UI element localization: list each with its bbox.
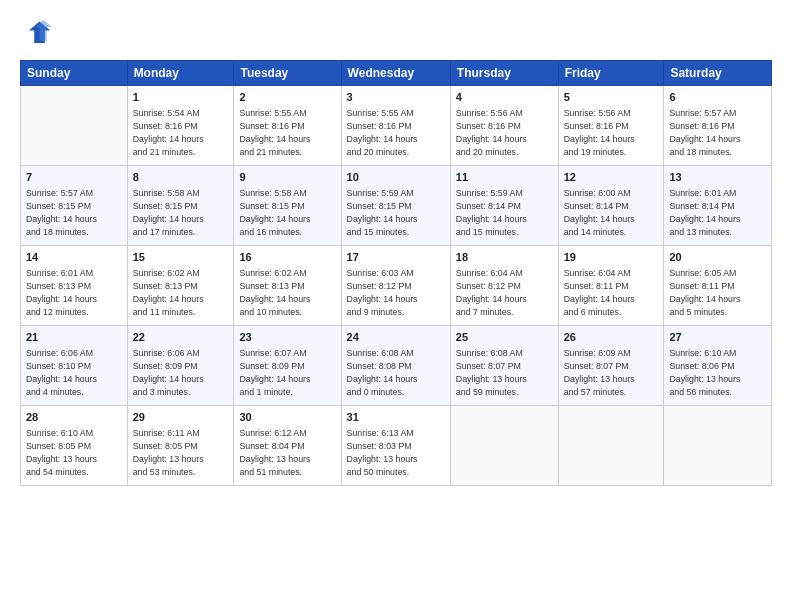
day-cell: 24Sunrise: 6:08 AM Sunset: 8:08 PM Dayli…	[341, 326, 450, 406]
day-cell: 1Sunrise: 5:54 AM Sunset: 8:16 PM Daylig…	[127, 86, 234, 166]
day-number: 14	[26, 250, 122, 265]
day-number: 5	[564, 90, 659, 105]
day-info: Sunrise: 6:08 AM Sunset: 8:07 PM Dayligh…	[456, 347, 553, 398]
page: SundayMondayTuesdayWednesdayThursdayFrid…	[0, 0, 792, 612]
day-cell: 13Sunrise: 6:01 AM Sunset: 8:14 PM Dayli…	[664, 166, 772, 246]
day-info: Sunrise: 6:11 AM Sunset: 8:05 PM Dayligh…	[133, 427, 229, 478]
day-info: Sunrise: 6:03 AM Sunset: 8:12 PM Dayligh…	[347, 267, 445, 318]
day-info: Sunrise: 5:57 AM Sunset: 8:16 PM Dayligh…	[669, 107, 766, 158]
day-number: 24	[347, 330, 445, 345]
day-number: 31	[347, 410, 445, 425]
day-number: 20	[669, 250, 766, 265]
day-cell: 22Sunrise: 6:06 AM Sunset: 8:09 PM Dayli…	[127, 326, 234, 406]
day-info: Sunrise: 6:10 AM Sunset: 8:06 PM Dayligh…	[669, 347, 766, 398]
day-number: 10	[347, 170, 445, 185]
day-info: Sunrise: 6:04 AM Sunset: 8:12 PM Dayligh…	[456, 267, 553, 318]
col-header-saturday: Saturday	[664, 61, 772, 86]
day-cell: 27Sunrise: 6:10 AM Sunset: 8:06 PM Dayli…	[664, 326, 772, 406]
day-cell	[558, 406, 664, 486]
col-header-thursday: Thursday	[450, 61, 558, 86]
day-number: 29	[133, 410, 229, 425]
day-number: 16	[239, 250, 335, 265]
week-row-0: 1Sunrise: 5:54 AM Sunset: 8:16 PM Daylig…	[21, 86, 772, 166]
day-number: 23	[239, 330, 335, 345]
day-number: 4	[456, 90, 553, 105]
day-info: Sunrise: 6:08 AM Sunset: 8:08 PM Dayligh…	[347, 347, 445, 398]
day-info: Sunrise: 6:12 AM Sunset: 8:04 PM Dayligh…	[239, 427, 335, 478]
day-number: 26	[564, 330, 659, 345]
day-info: Sunrise: 5:57 AM Sunset: 8:15 PM Dayligh…	[26, 187, 122, 238]
header-row: SundayMondayTuesdayWednesdayThursdayFrid…	[21, 61, 772, 86]
day-number: 9	[239, 170, 335, 185]
day-cell: 14Sunrise: 6:01 AM Sunset: 8:13 PM Dayli…	[21, 246, 128, 326]
day-info: Sunrise: 6:00 AM Sunset: 8:14 PM Dayligh…	[564, 187, 659, 238]
week-row-1: 7Sunrise: 5:57 AM Sunset: 8:15 PM Daylig…	[21, 166, 772, 246]
day-info: Sunrise: 5:59 AM Sunset: 8:15 PM Dayligh…	[347, 187, 445, 238]
day-number: 11	[456, 170, 553, 185]
day-cell: 21Sunrise: 6:06 AM Sunset: 8:10 PM Dayli…	[21, 326, 128, 406]
col-header-wednesday: Wednesday	[341, 61, 450, 86]
day-cell: 3Sunrise: 5:55 AM Sunset: 8:16 PM Daylig…	[341, 86, 450, 166]
col-header-sunday: Sunday	[21, 61, 128, 86]
day-number: 25	[456, 330, 553, 345]
day-number: 27	[669, 330, 766, 345]
day-cell: 20Sunrise: 6:05 AM Sunset: 8:11 PM Dayli…	[664, 246, 772, 326]
day-cell	[450, 406, 558, 486]
day-info: Sunrise: 5:59 AM Sunset: 8:14 PM Dayligh…	[456, 187, 553, 238]
day-info: Sunrise: 5:55 AM Sunset: 8:16 PM Dayligh…	[347, 107, 445, 158]
day-number: 21	[26, 330, 122, 345]
day-cell: 11Sunrise: 5:59 AM Sunset: 8:14 PM Dayli…	[450, 166, 558, 246]
day-info: Sunrise: 6:06 AM Sunset: 8:10 PM Dayligh…	[26, 347, 122, 398]
day-number: 28	[26, 410, 122, 425]
day-info: Sunrise: 6:01 AM Sunset: 8:13 PM Dayligh…	[26, 267, 122, 318]
week-row-4: 28Sunrise: 6:10 AM Sunset: 8:05 PM Dayli…	[21, 406, 772, 486]
day-info: Sunrise: 5:54 AM Sunset: 8:16 PM Dayligh…	[133, 107, 229, 158]
day-cell: 10Sunrise: 5:59 AM Sunset: 8:15 PM Dayli…	[341, 166, 450, 246]
logo	[20, 18, 56, 50]
day-info: Sunrise: 6:02 AM Sunset: 8:13 PM Dayligh…	[239, 267, 335, 318]
day-info: Sunrise: 5:55 AM Sunset: 8:16 PM Dayligh…	[239, 107, 335, 158]
col-header-monday: Monday	[127, 61, 234, 86]
day-number: 19	[564, 250, 659, 265]
day-info: Sunrise: 6:13 AM Sunset: 8:03 PM Dayligh…	[347, 427, 445, 478]
day-cell	[21, 86, 128, 166]
day-cell: 4Sunrise: 5:56 AM Sunset: 8:16 PM Daylig…	[450, 86, 558, 166]
day-number: 7	[26, 170, 122, 185]
day-number: 2	[239, 90, 335, 105]
day-cell: 23Sunrise: 6:07 AM Sunset: 8:09 PM Dayli…	[234, 326, 341, 406]
logo-icon	[20, 18, 52, 50]
day-cell: 2Sunrise: 5:55 AM Sunset: 8:16 PM Daylig…	[234, 86, 341, 166]
day-cell: 16Sunrise: 6:02 AM Sunset: 8:13 PM Dayli…	[234, 246, 341, 326]
day-cell: 7Sunrise: 5:57 AM Sunset: 8:15 PM Daylig…	[21, 166, 128, 246]
day-info: Sunrise: 6:01 AM Sunset: 8:14 PM Dayligh…	[669, 187, 766, 238]
week-row-2: 14Sunrise: 6:01 AM Sunset: 8:13 PM Dayli…	[21, 246, 772, 326]
day-cell: 12Sunrise: 6:00 AM Sunset: 8:14 PM Dayli…	[558, 166, 664, 246]
day-cell: 26Sunrise: 6:09 AM Sunset: 8:07 PM Dayli…	[558, 326, 664, 406]
day-number: 18	[456, 250, 553, 265]
day-info: Sunrise: 6:07 AM Sunset: 8:09 PM Dayligh…	[239, 347, 335, 398]
day-info: Sunrise: 5:58 AM Sunset: 8:15 PM Dayligh…	[133, 187, 229, 238]
day-number: 22	[133, 330, 229, 345]
day-number: 17	[347, 250, 445, 265]
day-number: 8	[133, 170, 229, 185]
day-number: 15	[133, 250, 229, 265]
day-number: 6	[669, 90, 766, 105]
day-cell: 17Sunrise: 6:03 AM Sunset: 8:12 PM Dayli…	[341, 246, 450, 326]
day-cell: 18Sunrise: 6:04 AM Sunset: 8:12 PM Dayli…	[450, 246, 558, 326]
day-number: 12	[564, 170, 659, 185]
day-cell: 9Sunrise: 5:58 AM Sunset: 8:15 PM Daylig…	[234, 166, 341, 246]
day-cell: 5Sunrise: 5:56 AM Sunset: 8:16 PM Daylig…	[558, 86, 664, 166]
day-cell: 6Sunrise: 5:57 AM Sunset: 8:16 PM Daylig…	[664, 86, 772, 166]
col-header-friday: Friday	[558, 61, 664, 86]
day-info: Sunrise: 6:05 AM Sunset: 8:11 PM Dayligh…	[669, 267, 766, 318]
col-header-tuesday: Tuesday	[234, 61, 341, 86]
day-info: Sunrise: 5:56 AM Sunset: 8:16 PM Dayligh…	[456, 107, 553, 158]
day-cell: 8Sunrise: 5:58 AM Sunset: 8:15 PM Daylig…	[127, 166, 234, 246]
day-info: Sunrise: 5:56 AM Sunset: 8:16 PM Dayligh…	[564, 107, 659, 158]
day-number: 30	[239, 410, 335, 425]
day-cell: 28Sunrise: 6:10 AM Sunset: 8:05 PM Dayli…	[21, 406, 128, 486]
day-number: 1	[133, 90, 229, 105]
day-info: Sunrise: 5:58 AM Sunset: 8:15 PM Dayligh…	[239, 187, 335, 238]
calendar-table: SundayMondayTuesdayWednesdayThursdayFrid…	[20, 60, 772, 486]
day-cell: 30Sunrise: 6:12 AM Sunset: 8:04 PM Dayli…	[234, 406, 341, 486]
